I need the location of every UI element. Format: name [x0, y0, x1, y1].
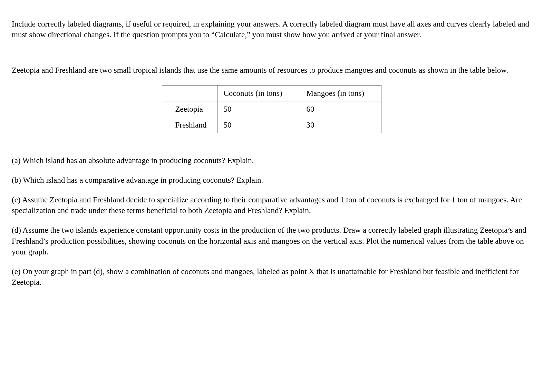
header-coconuts: Coconuts (in tons) [217, 86, 300, 101]
question-a: (a) Which island has an absolute advanta… [12, 155, 531, 166]
table-row: Freshland 50 30 [162, 117, 381, 133]
header-mangoes: Mangoes (in tons) [300, 86, 381, 101]
question-d: (d) Assume the two islands experience co… [12, 225, 531, 257]
zeetopia-coconuts: 50 [217, 101, 300, 117]
production-table: Coconuts (in tons) Mangoes (in tons) Zee… [162, 85, 381, 133]
header-blank [162, 86, 217, 101]
freshland-coconuts: 50 [217, 117, 300, 133]
row-label-freshland: Freshland [162, 117, 217, 133]
question-c: (c) Assume Zeetopia and Freshland decide… [12, 194, 531, 216]
question-e: (e) On your graph in part (d), show a co… [12, 266, 531, 288]
zeetopia-mangoes: 60 [300, 101, 381, 117]
production-table-wrap: Coconuts (in tons) Mangoes (in tons) Zee… [12, 85, 531, 133]
table-row: Zeetopia 50 60 [162, 101, 381, 117]
table-header-row: Coconuts (in tons) Mangoes (in tons) [162, 86, 381, 101]
instructions-paragraph: Include correctly labeled diagrams, if u… [12, 19, 531, 40]
freshland-mangoes: 30 [300, 117, 381, 133]
question-b: (b) Which island has a comparative advan… [12, 175, 531, 185]
setup-paragraph: Zeetopia and Freshland are two small tro… [12, 65, 531, 76]
row-label-zeetopia: Zeetopia [162, 101, 217, 117]
